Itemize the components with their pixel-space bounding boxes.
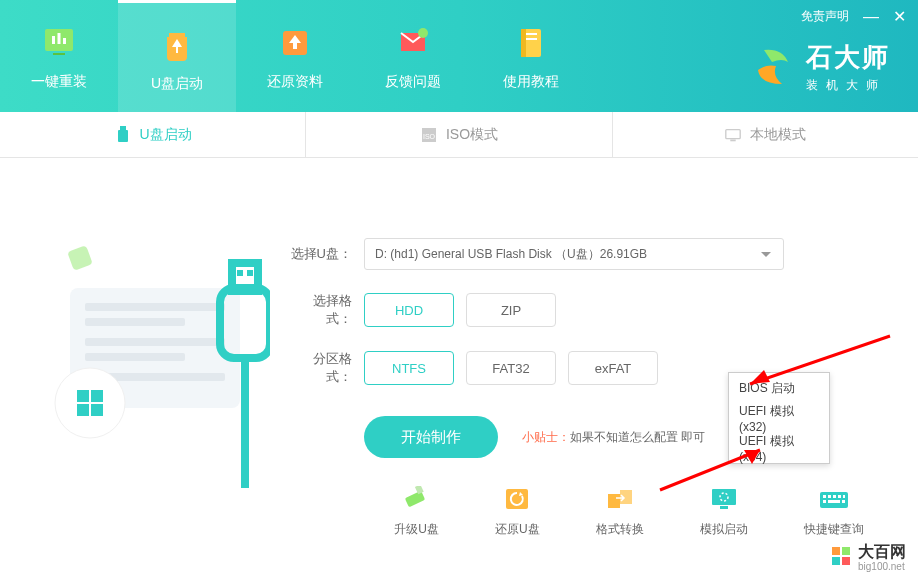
svg-rect-37 (720, 506, 728, 509)
close-button[interactable]: ✕ (893, 9, 906, 25)
tool-label: 还原U盘 (495, 521, 540, 538)
popup-uefi-x64[interactable]: UEFI 模拟(x64) (729, 433, 829, 463)
nav-label: 反馈问题 (385, 73, 441, 91)
restore-icon (273, 21, 317, 65)
tool-simulate-boot[interactable]: 模拟启动 (700, 485, 748, 538)
svg-rect-54 (842, 557, 850, 565)
tab-label: U盘启动 (140, 126, 192, 144)
tool-restore-usb[interactable]: 还原U盘 (495, 485, 540, 538)
svg-point-24 (55, 368, 125, 438)
nav-label: U盘启动 (151, 75, 203, 93)
svg-rect-40 (828, 495, 831, 498)
svg-rect-8 (525, 33, 537, 35)
start-button[interactable]: 开始制作 (364, 416, 498, 458)
svg-rect-43 (843, 495, 845, 498)
tool-format-convert[interactable]: 格式转换 (596, 485, 644, 538)
header: 免责声明 — ✕ 一键重装 U盘启动 还原资料 反馈问题 使用教程 (0, 0, 918, 112)
watermark-icon (830, 545, 852, 571)
watermark: 大百网 big100.net (830, 543, 906, 572)
tool-hotkey-query[interactable]: 快捷键查询 (804, 485, 864, 538)
svg-rect-16 (731, 139, 736, 141)
usb-illustration (40, 188, 270, 478)
svg-rect-21 (85, 338, 225, 346)
tab-local[interactable]: 本地模式 (613, 112, 918, 157)
tab-iso[interactable]: ISO ISO模式 (306, 112, 612, 157)
boot-mode-popup: BIOS 启动 UEFI 模拟(x32) UEFI 模拟(x64) (728, 372, 830, 464)
format-label: 选择格式： (290, 292, 352, 328)
feedback-icon (391, 21, 435, 65)
svg-rect-30 (404, 491, 425, 508)
format-row: 选择格式： HDD ZIP (290, 292, 878, 328)
svg-rect-53 (832, 557, 840, 565)
svg-rect-41 (833, 495, 836, 498)
restore-usb-icon (501, 485, 533, 513)
svg-rect-19 (85, 303, 225, 311)
partition-exfat-button[interactable]: exFAT (568, 351, 658, 385)
mode-tabs: U盘启动 ISO ISO模式 本地模式 (0, 112, 918, 158)
usb-icon (114, 126, 132, 144)
nav-tutorial[interactable]: 使用教程 (472, 0, 590, 112)
format-hdd-button[interactable]: HDD (364, 293, 454, 327)
format-convert-icon (604, 485, 636, 513)
svg-rect-15 (726, 129, 740, 138)
svg-rect-20 (85, 318, 185, 326)
monitor-icon (724, 126, 742, 144)
tip-text: 小贴士：如果不知道怎么配置 即可 (522, 429, 705, 446)
logo-title: 石大师 (806, 40, 890, 75)
disclaimer-link[interactable]: 免责声明 (801, 8, 849, 25)
reinstall-icon (37, 21, 81, 65)
popup-bios[interactable]: BIOS 启动 (729, 373, 829, 403)
logo-icon (752, 46, 794, 88)
partition-fat32-button[interactable]: FAT32 (466, 351, 556, 385)
tools-row: 升级U盘 还原U盘 格式转换 模拟启动 快捷键查询 (380, 485, 878, 538)
logo-subtitle: 装机大师 (806, 77, 890, 94)
iso-icon: ISO (420, 126, 438, 144)
svg-rect-28 (247, 270, 253, 276)
svg-rect-44 (823, 500, 826, 503)
usb-label: 选择U盘： (290, 245, 352, 263)
svg-rect-12 (118, 130, 128, 142)
nav-label: 使用教程 (503, 73, 559, 91)
svg-point-6 (418, 28, 428, 38)
simulate-boot-icon (708, 485, 740, 513)
svg-rect-46 (842, 500, 845, 503)
svg-text:ISO: ISO (423, 133, 436, 140)
svg-rect-51 (832, 547, 840, 555)
nav-restore[interactable]: 还原资料 (236, 0, 354, 112)
usb-select[interactable]: D: (hd1) General USB Flash Disk （U盘）26.9… (364, 238, 784, 270)
tab-label: ISO模式 (446, 126, 498, 144)
usb-select-row: 选择U盘： D: (hd1) General USB Flash Disk （U… (290, 238, 878, 270)
svg-rect-42 (838, 495, 841, 498)
svg-rect-10 (521, 29, 526, 57)
tool-label: 格式转换 (596, 521, 644, 538)
svg-rect-4 (53, 53, 65, 55)
keyboard-icon (818, 485, 850, 513)
popup-uefi-x32[interactable]: UEFI 模拟(x32) (729, 403, 829, 433)
svg-rect-1 (52, 36, 55, 44)
tab-usb-boot[interactable]: U盘启动 (0, 112, 306, 157)
format-zip-button[interactable]: ZIP (466, 293, 556, 327)
nav-usb-boot[interactable]: U盘启动 (118, 0, 236, 112)
svg-rect-22 (85, 353, 185, 361)
nav-reinstall[interactable]: 一键重装 (0, 0, 118, 112)
partition-ntfs-button[interactable]: NTFS (364, 351, 454, 385)
upgrade-usb-icon (401, 485, 433, 513)
partition-label: 分区格式： (290, 350, 352, 386)
logo: 石大师 装机大师 (752, 40, 890, 94)
svg-rect-33 (608, 494, 620, 508)
svg-rect-39 (823, 495, 826, 498)
nav-label: 一键重装 (31, 73, 87, 91)
tool-label: 升级U盘 (394, 521, 439, 538)
tip-label: 小贴士： (522, 430, 570, 444)
svg-rect-34 (620, 490, 632, 504)
tutorial-icon (509, 21, 553, 65)
minimize-button[interactable]: — (863, 9, 879, 25)
tool-upgrade-usb[interactable]: 升级U盘 (394, 485, 439, 538)
svg-rect-9 (525, 38, 537, 40)
tab-label: 本地模式 (750, 126, 806, 144)
watermark-url: big100.net (858, 561, 906, 572)
nav-feedback[interactable]: 反馈问题 (354, 0, 472, 112)
svg-rect-17 (67, 245, 93, 271)
tool-label: 模拟启动 (700, 521, 748, 538)
watermark-title: 大百网 (858, 543, 906, 561)
